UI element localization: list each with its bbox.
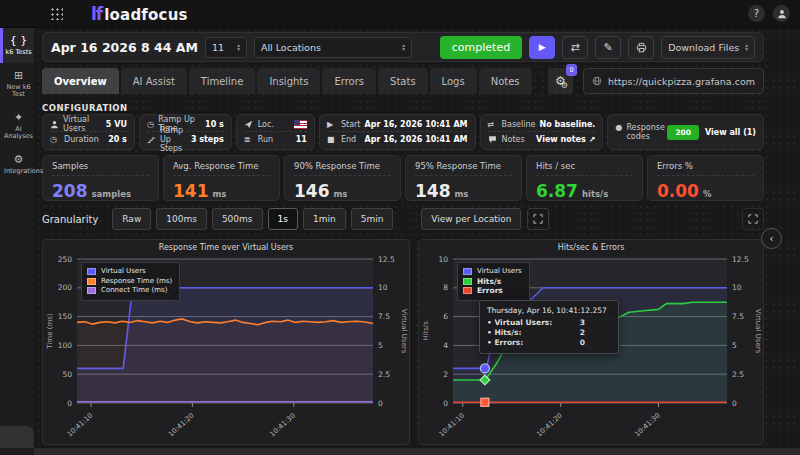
stat-unit: ms bbox=[334, 189, 348, 199]
tooltip-title: Thursday, Apr 16, 10:41:12.257 bbox=[487, 306, 611, 315]
configuration-title: CONFIGURATION bbox=[42, 102, 764, 114]
granularity-5min[interactable]: 5min bbox=[351, 208, 394, 230]
tab-errors[interactable]: Errors bbox=[322, 68, 376, 94]
config-notes: NotesView notes ↗ bbox=[488, 133, 596, 147]
hover-marker-square bbox=[481, 398, 489, 406]
granularity-100ms[interactable]: 100ms bbox=[156, 208, 207, 230]
tab-notes[interactable]: Notes bbox=[479, 68, 532, 94]
hits-errors-chart-panel: Hits/sec & Errors1012.581067.54522.500Hi… bbox=[418, 239, 764, 445]
config-virtual-users: Virtual Users5 VU bbox=[50, 118, 127, 132]
sidebar-item-ai-analyses[interactable]: ✦AI Analyses bbox=[0, 105, 34, 147]
globe-icon bbox=[592, 76, 602, 86]
stat-unit: % bbox=[703, 189, 712, 199]
chart-legend: Virtual UsersResponse Time (ms)Connect T… bbox=[81, 262, 180, 301]
select-arrows-icon: ▴▾ bbox=[745, 43, 748, 52]
expand-right-chart-button[interactable] bbox=[742, 208, 764, 230]
tab-insights[interactable]: Insights bbox=[257, 68, 320, 94]
print-button[interactable] bbox=[628, 36, 654, 59]
svg-text:2.5: 2.5 bbox=[732, 370, 744, 379]
granularity-500ms[interactable]: 500ms bbox=[212, 208, 263, 230]
app-header: lf loadfocus ? bbox=[0, 0, 800, 28]
sidebar-item-k6-tests[interactable]: { }k6 Tests bbox=[0, 28, 34, 63]
stats-row: Samples208samplesAvg. Response Time141ms… bbox=[42, 155, 764, 201]
settings-button[interactable]: ⚙⚙ 0 bbox=[548, 68, 573, 94]
navigation-icon bbox=[244, 120, 253, 129]
config-run: ≣Run11 bbox=[244, 133, 307, 147]
config-label: Ramp Up Steps bbox=[160, 126, 187, 153]
hover-marker-circle bbox=[480, 364, 489, 373]
config-value[interactable]: View notes ↗ bbox=[536, 135, 595, 144]
sidebar-item-label: k6 Tests bbox=[4, 49, 33, 57]
loadfocus-logo[interactable]: lf loadfocus bbox=[91, 4, 188, 24]
granularity-label: Granularity bbox=[42, 214, 98, 225]
stop-icon: ■ bbox=[327, 135, 335, 144]
config-label: Duration bbox=[64, 135, 99, 144]
granularity-1s[interactable]: 1s bbox=[268, 208, 298, 230]
sidebar-item-new-k6-test[interactable]: ⊞New k6 Test bbox=[0, 63, 34, 105]
chat-icon bbox=[488, 135, 497, 144]
legend-item: Virtual Users bbox=[87, 267, 172, 277]
main-area: Apr 16 2026 8 44 AM 11 ▴▾ All Locations … bbox=[34, 28, 800, 448]
avatar[interactable] bbox=[773, 5, 790, 22]
svg-text:12.5: 12.5 bbox=[732, 255, 749, 264]
configuration-cards: Virtual Users5 VU◷Duration20 s◷Ramp Up T… bbox=[42, 114, 764, 150]
settings-badge: 0 bbox=[566, 64, 577, 76]
target-url-text: https://quickpizza.grafana.com bbox=[608, 76, 755, 87]
app-grid-icon[interactable] bbox=[50, 7, 63, 20]
bottom-strip bbox=[0, 448, 800, 455]
expand-icon bbox=[748, 214, 758, 224]
stat-label: 90% Response Time bbox=[294, 161, 391, 176]
edit-button[interactable]: ✎ bbox=[595, 36, 621, 59]
target-url-field[interactable]: https://quickpizza.grafana.com bbox=[583, 68, 764, 94]
expand-left-chart-button[interactable] bbox=[527, 208, 549, 230]
response-code-badge: 200 bbox=[667, 125, 699, 140]
sidebar-item-label: New k6 Test bbox=[4, 84, 33, 99]
tab-overview[interactable]: Overview bbox=[42, 68, 119, 94]
granularity-1min[interactable]: 1min bbox=[303, 208, 346, 230]
charts-row: Response Time over Virtual Users25012.52… bbox=[42, 239, 764, 445]
svg-text:10: 10 bbox=[732, 283, 742, 292]
tab-timeline[interactable]: Timeline bbox=[189, 68, 256, 94]
stat-label: Errors % bbox=[657, 161, 754, 176]
run-date: Apr 16 2026 8 44 AM bbox=[51, 40, 198, 55]
view-all-link[interactable]: View all (1) bbox=[705, 128, 756, 137]
run-test-button[interactable]: ▶ bbox=[529, 36, 555, 59]
svg-text:5: 5 bbox=[378, 341, 383, 350]
svg-text:8: 8 bbox=[443, 283, 448, 292]
config-label: Notes bbox=[502, 135, 525, 144]
legend-item: Response Time (ms) bbox=[87, 277, 172, 287]
collapse-panel-button[interactable]: ‹ bbox=[761, 228, 782, 249]
legend-swatch bbox=[87, 268, 96, 275]
ramp-steps-icon bbox=[147, 135, 156, 144]
help-button[interactable]: ? bbox=[748, 5, 765, 22]
config-label: Loc. bbox=[258, 120, 274, 129]
stat-card-samples: Samples208samples bbox=[42, 155, 159, 201]
location-value: All Locations bbox=[261, 42, 321, 53]
stat-unit: samples bbox=[92, 189, 131, 199]
response-time-chart-panel: Response Time over Virtual Users25012.52… bbox=[42, 239, 410, 445]
location-select[interactable]: All Locations ▴▾ bbox=[254, 37, 412, 58]
legend-item: Hits/s bbox=[463, 277, 522, 287]
granularity-raw[interactable]: Raw bbox=[112, 208, 151, 230]
download-files-select[interactable]: Download Files ▴▾ bbox=[661, 36, 755, 59]
config-ramp-up-steps: Ramp Up Steps3 steps bbox=[147, 133, 224, 147]
run-number-select[interactable]: 11 ▴▾ bbox=[205, 37, 247, 58]
config-card: ▶StartApr 16, 2026 10:41 AM■EndApr 16, 2… bbox=[319, 114, 476, 150]
config-card: Loc.≣Run11 bbox=[236, 114, 315, 150]
sidebar-item-label: Integrations bbox=[4, 168, 33, 176]
stat-card-90-response-time: 90% Response Time146ms bbox=[284, 155, 401, 201]
config-value: 10 s bbox=[205, 120, 224, 129]
view-per-location-button[interactable]: View per Location bbox=[421, 208, 521, 230]
legend-swatch bbox=[87, 287, 96, 294]
stat-value: 141 bbox=[173, 181, 209, 201]
tab-logs[interactable]: Logs bbox=[430, 68, 477, 94]
tab-stats[interactable]: Stats bbox=[378, 68, 428, 94]
expand-icon bbox=[533, 214, 543, 224]
compare-button[interactable]: ⇄ bbox=[562, 36, 588, 59]
stat-label: Avg. Response Time bbox=[173, 161, 270, 176]
stat-unit: ms bbox=[455, 189, 469, 199]
tab-ai-assist[interactable]: AI Assist bbox=[121, 68, 187, 94]
legend-label: Connect Time (ms) bbox=[101, 286, 167, 296]
sidebar-item-integrations[interactable]: ⚙Integrations bbox=[0, 147, 34, 182]
svg-text:Virtual Users: Virtual Users bbox=[754, 309, 762, 354]
